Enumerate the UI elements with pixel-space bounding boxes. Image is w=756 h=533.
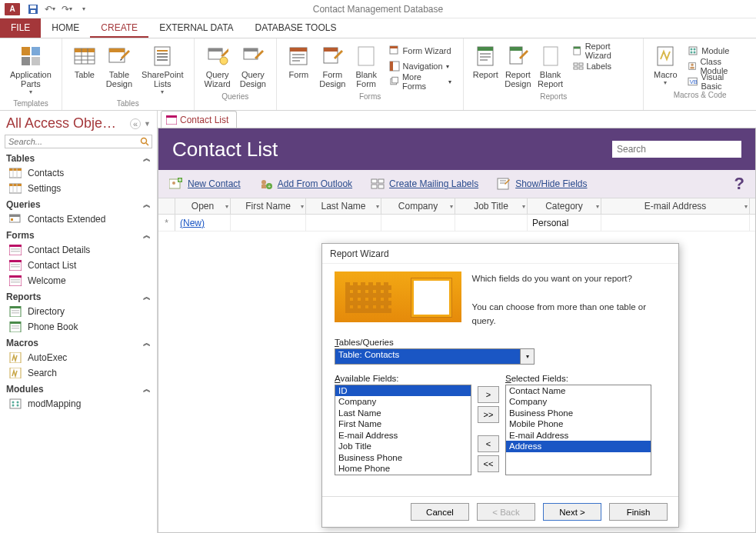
nav-section-tables[interactable]: Tables︽ — [0, 150, 157, 165]
nav-search-input[interactable] — [5, 135, 138, 148]
cell[interactable] — [231, 215, 306, 231]
chevron-down-icon[interactable]: ▾ — [450, 203, 453, 210]
class-module-button[interactable]: Class Module — [682, 58, 750, 74]
available-fields-list[interactable]: IDCompanyLast NameFirst NameE-mail Addre… — [335, 385, 471, 475]
list-item[interactable]: Business Phone — [335, 452, 471, 464]
nav-item[interactable]: Settings — [0, 181, 157, 196]
report-wizard-button[interactable]: Report Wizard — [568, 43, 638, 58]
list-item[interactable]: Contact Name — [506, 385, 651, 397]
module-button[interactable]: Module — [682, 43, 750, 58]
show-hide-fields-button[interactable]: Show/Hide Fields — [497, 178, 587, 190]
column-header[interactable]: E-mail Address▾ — [601, 198, 750, 214]
row-selector-header[interactable] — [158, 198, 175, 214]
tab-file[interactable]: FILE — [0, 18, 41, 38]
nav-section-modules[interactable]: Modules︽ — [0, 381, 157, 396]
nav-item[interactable]: Contacts Extended — [0, 212, 157, 227]
cell[interactable] — [381, 215, 455, 231]
blank-report-button[interactable]: Blank Report — [535, 42, 566, 91]
column-header[interactable]: Job Title▾ — [455, 198, 528, 214]
nav-section-queries[interactable]: Queries︽ — [0, 196, 157, 212]
list-item[interactable]: Mobile Phone — [506, 418, 651, 430]
document-tab[interactable]: Contact List — [161, 111, 237, 128]
list-item[interactable]: Company — [506, 396, 651, 408]
nav-item[interactable]: Phone Book — [0, 319, 157, 335]
search-icon[interactable] — [138, 135, 152, 148]
undo-icon[interactable]: ↶▾ — [42, 1, 58, 18]
list-item[interactable]: First Name — [335, 418, 471, 430]
list-item[interactable]: Home Phone — [335, 463, 471, 475]
form-wizard-button[interactable]: Form Wizard — [384, 43, 458, 58]
cell[interactable] — [455, 215, 528, 231]
macro-button[interactable]: Macro▾ — [650, 42, 681, 89]
tab-create[interactable]: CREATE — [90, 18, 148, 38]
nav-section-reports[interactable]: Reports︽ — [0, 288, 157, 304]
query-design-button[interactable]: Query Design — [236, 42, 270, 91]
table-design-button[interactable]: Table Design — [102, 42, 136, 98]
header-search-input[interactable] — [612, 141, 741, 158]
list-item[interactable]: Business Phone — [506, 408, 651, 419]
more-forms-button[interactable]: More Forms▾ — [384, 74, 458, 89]
nav-section-forms[interactable]: Forms︽ — [0, 227, 157, 242]
move-all-left-button[interactable]: << — [478, 455, 499, 472]
list-item[interactable]: E-mail Address — [335, 430, 471, 441]
cell[interactable] — [601, 215, 750, 231]
nav-item[interactable]: AutoExec — [0, 350, 157, 365]
tab-database-tools[interactable]: DATABASE TOOLS — [245, 18, 348, 38]
next-button[interactable]: Next > — [543, 503, 601, 521]
visual-basic-button[interactable]: VBVisual Basic — [682, 74, 750, 89]
create-mailing-labels-button[interactable]: Create Mailing Labels — [371, 178, 478, 190]
finish-button[interactable]: Finish — [609, 503, 668, 521]
list-item[interactable]: E-mail Address — [506, 430, 651, 441]
sharepoint-lists-button[interactable]: SharePoint Lists▾ — [138, 42, 187, 98]
chevron-down-icon[interactable]: ▾ — [376, 203, 379, 210]
column-header[interactable]: Last Name▾ — [306, 198, 381, 214]
nav-section-macros[interactable]: Macros︽ — [0, 335, 157, 350]
chevron-down-icon[interactable]: ▾ — [301, 203, 304, 210]
row-selector[interactable]: * — [158, 215, 175, 231]
nav-title[interactable]: All Access Obje… «▼ — [0, 111, 157, 133]
qat-customize-icon[interactable]: ▾ — [75, 1, 92, 18]
list-item[interactable]: Company — [335, 396, 471, 408]
help-icon[interactable]: ? — [734, 174, 744, 194]
report-design-button[interactable]: Report Design — [502, 42, 533, 91]
new-record-link[interactable]: (New) — [180, 218, 205, 228]
list-item[interactable]: Job Title — [335, 441, 471, 452]
column-header[interactable]: Category▾ — [528, 198, 601, 214]
chevron-down-icon[interactable]: ▾ — [522, 203, 525, 210]
blank-form-button[interactable]: Blank Form — [351, 42, 382, 91]
nav-item[interactable]: Directory — [0, 304, 157, 319]
list-item[interactable]: Address — [506, 441, 651, 452]
chevron-down-icon[interactable]: ▼ — [144, 120, 151, 128]
collapse-icon[interactable]: « — [130, 118, 141, 129]
nav-item[interactable]: Welcome — [0, 273, 157, 288]
query-wizard-button[interactable]: Query Wizard — [201, 42, 235, 91]
move-all-right-button[interactable]: >> — [478, 406, 499, 423]
tables-queries-combo[interactable]: Table: Contacts ▾ — [335, 348, 535, 365]
list-item[interactable]: ID — [335, 385, 471, 397]
chevron-down-icon[interactable]: ▾ — [225, 203, 228, 210]
report-button[interactable]: Report — [470, 42, 501, 91]
move-right-button[interactable]: > — [478, 386, 499, 403]
nav-item[interactable]: Contacts — [0, 165, 157, 181]
labels-button[interactable]: Labels — [568, 58, 638, 74]
navigation-button[interactable]: Navigation▾ — [384, 58, 458, 74]
cell[interactable]: (New) — [175, 215, 231, 231]
nav-item[interactable]: Contact Details — [0, 242, 157, 258]
new-contact-button[interactable]: New Contact — [169, 178, 241, 190]
save-icon[interactable] — [25, 1, 42, 18]
nav-item[interactable]: Contact List — [0, 258, 157, 273]
column-header[interactable]: First Name▾ — [231, 198, 306, 214]
move-left-button[interactable]: < — [478, 435, 499, 452]
cancel-button[interactable]: Cancel — [411, 503, 469, 521]
form-design-button[interactable]: Form Design — [316, 42, 349, 91]
chevron-down-icon[interactable]: ▾ — [520, 349, 534, 364]
table-button[interactable]: Table — [68, 42, 101, 98]
column-header[interactable]: Company▾ — [381, 198, 455, 214]
form-button[interactable]: Form — [283, 42, 315, 91]
nav-item[interactable]: Search — [0, 365, 157, 381]
tab-home[interactable]: HOME — [41, 18, 90, 38]
chevron-down-icon[interactable]: ▾ — [596, 203, 599, 210]
application-parts-button[interactable]: Application Parts▾ — [6, 42, 55, 98]
column-header[interactable]: Open▾ — [175, 198, 231, 214]
cell[interactable]: Personal — [528, 215, 601, 231]
